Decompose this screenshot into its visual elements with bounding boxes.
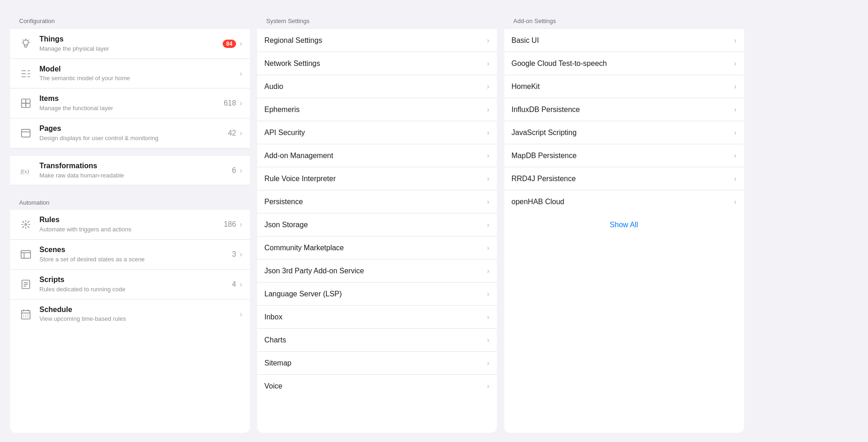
system-settings-item[interactable]: Sitemap › <box>257 352 497 375</box>
items-count: 618 <box>224 99 236 107</box>
system-settings-item[interactable]: Audio › <box>257 75 497 98</box>
system-item-chevron: › <box>487 106 489 114</box>
model-title: Model <box>40 65 236 74</box>
svg-line-22 <box>22 226 24 228</box>
things-item[interactable]: Things Manage the physical layer 84 › <box>10 29 250 59</box>
schedule-item[interactable]: Schedule View upcoming time-based rules … <box>10 300 250 329</box>
model-item[interactable]: Model The semantic model of your home › <box>10 59 250 89</box>
model-chevron: › <box>240 70 242 78</box>
svg-rect-14 <box>21 103 25 107</box>
addon-settings-item[interactable]: openHAB Cloud › <box>504 190 744 213</box>
divider-1 <box>10 148 250 156</box>
svg-rect-16 <box>21 130 30 137</box>
addon-settings-item[interactable]: Basic UI › <box>504 29 744 52</box>
svg-line-21 <box>27 221 29 223</box>
scenes-subtitle: Store a set of desired states as a scene <box>40 256 229 264</box>
system-item-chevron: › <box>487 36 489 45</box>
system-item-chevron: › <box>487 152 489 160</box>
schedule-content: Schedule View upcoming time-based rules <box>40 305 236 324</box>
things-content: Things Manage the physical layer <box>40 35 219 53</box>
rules-title: Rules <box>40 215 220 225</box>
system-settings-item[interactable]: Regional Settings › <box>257 29 497 52</box>
transformations-count: 6 <box>232 166 236 175</box>
system-item-chevron: › <box>487 221 489 229</box>
addon-item-chevron: › <box>734 175 736 183</box>
addon-settings-item[interactable]: Google Cloud Test-to-speech › <box>504 52 744 75</box>
system-item-chevron: › <box>487 290 489 298</box>
system-settings-item[interactable]: Rule Voice Interpreter › <box>257 167 497 190</box>
system-settings-item[interactable]: Network Settings › <box>257 52 497 75</box>
system-settings-item[interactable]: Inbox › <box>257 306 497 329</box>
pages-right: 42 › <box>228 129 242 137</box>
transformations-item[interactable]: f(x) Transformations Make raw data human… <box>10 156 250 186</box>
addon-settings-title: Add-on Settings <box>504 9 744 29</box>
system-settings-item[interactable]: Ephemeris › <box>257 98 497 121</box>
items-icon <box>18 95 34 112</box>
pages-content: Pages Design displays for user control &… <box>40 124 224 142</box>
system-settings-list: Regional Settings › Network Settings › A… <box>257 29 497 398</box>
model-right: › <box>240 70 242 78</box>
scripts-content: Scripts Rules dedicated to running code <box>40 275 229 294</box>
system-settings-item[interactable]: Charts › <box>257 329 497 352</box>
svg-rect-13 <box>26 99 30 103</box>
items-item[interactable]: Items Manage the functional layer 618 › <box>10 88 250 118</box>
show-all-button[interactable]: Show All <box>610 221 638 229</box>
svg-rect-12 <box>21 99 25 103</box>
system-item-label: Regional Settings <box>265 36 487 45</box>
schedule-icon <box>18 306 34 323</box>
addon-settings-item[interactable]: InfluxDB Persistence › <box>504 98 744 121</box>
rules-subtitle: Automate with triggers and actions <box>40 226 220 234</box>
system-item-label: Rule Voice Interpreter <box>265 175 487 183</box>
addon-item-label: InfluxDB Persistence <box>512 106 734 114</box>
system-settings-item[interactable]: Voice › <box>257 375 497 398</box>
items-chevron: › <box>240 99 242 107</box>
addon-item-chevron: › <box>734 83 736 91</box>
svg-line-20 <box>22 221 24 223</box>
system-item-chevron: › <box>487 59 489 68</box>
system-settings-item[interactable]: Json 3rd Party Add-on Service › <box>257 259 497 283</box>
scenes-title: Scenes <box>40 245 229 255</box>
rules-right: 186 › <box>224 220 242 229</box>
addon-settings-item[interactable]: HomeKit › <box>504 75 744 98</box>
lightbulb-icon <box>18 35 34 52</box>
scenes-chevron: › <box>240 250 242 259</box>
pages-icon <box>18 125 34 141</box>
config-title: Configuration <box>10 9 250 29</box>
items-content: Items Manage the functional layer <box>40 94 220 112</box>
addon-item-label: HomeKit <box>512 83 734 91</box>
addon-settings-item[interactable]: MapDB Persistence › <box>504 144 744 167</box>
addon-item-label: Basic UI <box>512 36 734 45</box>
system-item-label: Network Settings <box>265 59 487 68</box>
system-item-chevron: › <box>487 129 489 137</box>
addon-settings-item[interactable]: RRD4J Persistence › <box>504 167 744 190</box>
pages-subtitle: Design displays for user control & monit… <box>40 135 224 142</box>
system-item-label: Audio <box>265 83 487 91</box>
scripts-icon <box>18 276 34 293</box>
addon-settings-item[interactable]: JavaScript Scripting › <box>504 121 744 144</box>
pages-item[interactable]: Pages Design displays for user control &… <box>10 118 250 148</box>
system-settings-item[interactable]: Language Server (LSP) › <box>257 283 497 306</box>
addon-item-chevron: › <box>734 152 736 160</box>
system-settings-item[interactable]: Persistence › <box>257 190 497 213</box>
model-content: Model The semantic model of your home <box>40 65 236 83</box>
system-item-chevron: › <box>487 382 489 390</box>
rules-item[interactable]: Rules Automate with triggers and actions… <box>10 210 250 240</box>
svg-point-0 <box>23 40 28 45</box>
scripts-right: 4 › <box>232 280 242 289</box>
items-subtitle: Manage the functional layer <box>40 105 220 112</box>
scenes-item[interactable]: Scenes Store a set of desired states as … <box>10 240 250 270</box>
system-settings-item[interactable]: Json Storage › <box>257 213 497 236</box>
scenes-count: 3 <box>232 250 236 259</box>
system-settings-item[interactable]: Community Marketplace › <box>257 236 497 259</box>
items-title: Items <box>40 94 220 104</box>
transformations-subtitle: Make raw data human-readable <box>40 172 229 180</box>
things-title: Things <box>40 35 219 44</box>
system-item-label: API Security <box>265 129 487 137</box>
pages-count: 42 <box>228 129 236 137</box>
system-settings-item[interactable]: API Security › <box>257 121 497 144</box>
system-settings-item[interactable]: Add-on Management › <box>257 144 497 167</box>
scripts-item[interactable]: Scripts Rules dedicated to running code … <box>10 270 250 300</box>
system-item-chevron: › <box>487 83 489 91</box>
addon-item-label: openHAB Cloud <box>512 198 734 206</box>
system-item-label: Ephemeris <box>265 106 487 114</box>
